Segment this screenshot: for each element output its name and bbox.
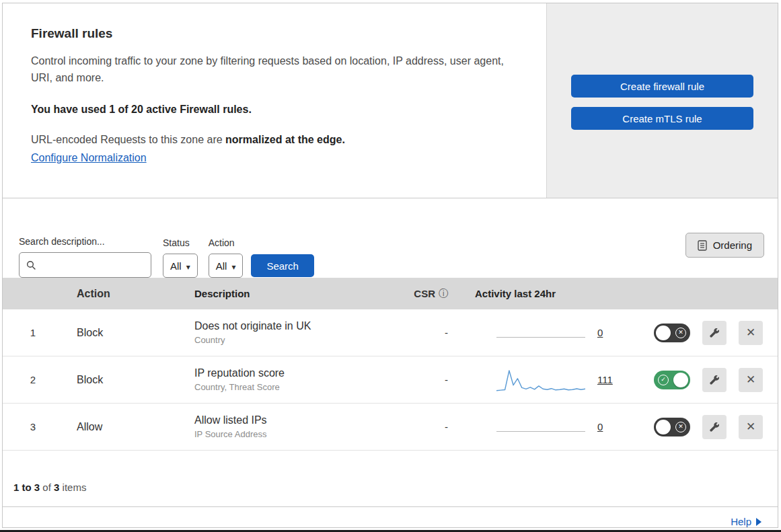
wrench-icon [710, 328, 720, 338]
column-header-activity: Activity last 24hr [456, 288, 624, 299]
configure-normalization-link[interactable]: Configure Normalization [31, 152, 147, 164]
rule-priority: 3 [3, 421, 63, 432]
rule-enabled-toggle[interactable] [654, 418, 690, 436]
usage-summary: You have used 1 of 20 active Firewall ru… [31, 104, 518, 116]
info-icon[interactable] [439, 287, 448, 300]
activity-sparkline [496, 320, 585, 346]
search-field: Search description... [19, 236, 151, 278]
rule-controls [624, 368, 778, 392]
page-title: Firewall rules [31, 26, 518, 41]
delete-rule-button[interactable] [739, 368, 763, 392]
help-arrow-icon [756, 518, 761, 526]
rule-controls [624, 321, 778, 345]
items-of-text: of [42, 482, 51, 493]
rule-csr-value: - [389, 327, 456, 338]
rule-description: Allow listed IPs [194, 414, 389, 426]
activity-count-link[interactable]: 0 [597, 327, 603, 338]
activity-sparkline [496, 367, 585, 393]
rule-match-fields: Country [194, 335, 389, 345]
search-icon [26, 260, 36, 270]
filter-toolbar: Search description... Status All Action … [3, 198, 778, 278]
close-icon [746, 374, 755, 385]
create-firewall-rule-button[interactable]: Create firewall rule [571, 75, 753, 98]
table-row: 2 Block IP reputation score Country, Thr… [3, 356, 778, 404]
action-filter-value: All [216, 260, 227, 272]
search-label: Search description... [19, 236, 151, 247]
items-suffix: items [63, 482, 87, 493]
rule-enabled-toggle[interactable] [654, 371, 690, 389]
action-filter-dropdown[interactable]: All [209, 254, 244, 278]
toggle-state-icon [658, 375, 669, 385]
help-row: Help [3, 506, 778, 532]
toggle-knob [673, 373, 688, 387]
rule-description-cell: Allow listed IPs IP Source Address [181, 414, 389, 439]
browser-viewport: { "header": { "title": "Firewall rules",… [0, 0, 781, 532]
rule-priority: 2 [3, 374, 63, 385]
normalization-note-bold: normalized at the edge. [225, 134, 345, 145]
status-filter-field: Status All [163, 237, 198, 278]
items-count: 1 to 3 of 3 items [3, 451, 778, 506]
close-icon [746, 421, 755, 432]
action-filter-label: Action [209, 237, 244, 248]
column-header-csr: CSR [389, 287, 456, 300]
firewall-rules-header-card: Firewall rules Control incoming traffic … [3, 3, 778, 198]
activity-sparkline [496, 414, 585, 440]
delete-rule-button[interactable] [739, 321, 763, 345]
wrench-icon [710, 422, 720, 432]
normalization-note: URL-encoded Requests to this zone are no… [31, 134, 518, 146]
table-row: 1 Block Does not originate in UK Country… [3, 309, 778, 356]
normalization-note-text: URL-encoded Requests to this zone are [31, 134, 223, 145]
table-row: 3 Allow Allow listed IPs IP Source Addre… [3, 404, 778, 451]
firewall-rules-page: Firewall rules Control incoming traffic … [2, 3, 778, 528]
rule-action: Block [63, 327, 181, 339]
rule-priority: 1 [3, 327, 63, 338]
rule-csr-value: - [389, 421, 456, 432]
search-input-box[interactable] [19, 252, 151, 278]
rule-description: Does not originate in UK [194, 320, 389, 332]
items-total: 3 [54, 482, 59, 493]
chevron-down-icon [186, 260, 190, 272]
rule-action: Block [63, 374, 181, 386]
chevron-down-icon [231, 260, 235, 272]
rule-match-fields: Country, Threat Score [194, 382, 389, 392]
activity-count-link[interactable]: 111 [597, 374, 613, 385]
ordering-list-icon [698, 240, 707, 251]
wrench-icon [710, 375, 720, 385]
toggle-state-icon [675, 422, 686, 432]
help-link[interactable]: Help [731, 516, 761, 527]
status-filter-label: Status [163, 237, 198, 248]
close-icon [746, 327, 755, 338]
rule-enabled-toggle[interactable] [654, 324, 690, 342]
page-description: Control incoming traffic to your zone by… [31, 52, 515, 87]
rule-description: IP reputation score [194, 367, 389, 379]
toggle-knob [656, 326, 671, 340]
delete-rule-button[interactable] [739, 415, 763, 439]
column-header-description: Description [181, 288, 389, 299]
toggle-state-icon [675, 328, 686, 338]
rule-controls [624, 415, 778, 439]
ordering-button[interactable]: Ordering [685, 233, 764, 258]
rule-action: Allow [63, 421, 181, 433]
ordering-button-label: Ordering [713, 239, 752, 251]
toggle-knob [656, 420, 671, 434]
edit-rule-button[interactable] [702, 321, 727, 345]
activity-count-link[interactable]: 0 [597, 421, 603, 432]
edit-rule-button[interactable] [702, 368, 727, 392]
status-filter-value: All [170, 260, 182, 272]
search-button[interactable]: Search [251, 254, 314, 277]
column-header-action: Action [63, 288, 181, 300]
rule-match-fields: IP Source Address [194, 429, 389, 439]
status-filter-dropdown[interactable]: All [163, 254, 198, 278]
csr-header-label: CSR [414, 288, 435, 299]
edit-rule-button[interactable] [702, 415, 727, 439]
rule-activity-cell: 0 [456, 320, 624, 346]
create-mtls-rule-button[interactable]: Create mTLS rule [571, 107, 753, 130]
rule-activity-cell: 0 [456, 414, 624, 440]
items-range: 1 to 3 [13, 482, 40, 493]
search-input[interactable] [42, 260, 144, 271]
action-filter-field: Action All [209, 237, 244, 278]
rule-activity-cell: 111 [456, 367, 624, 393]
header-actions-panel: Create firewall rule Create mTLS rule [546, 3, 778, 198]
help-link-label: Help [731, 516, 751, 527]
rule-description-cell: Does not originate in UK Country [181, 320, 389, 345]
